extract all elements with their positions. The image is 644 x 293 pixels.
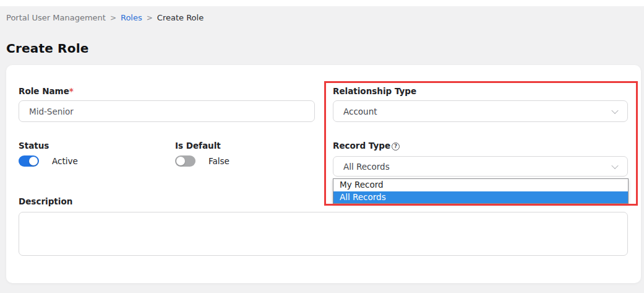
required-asterisk: * bbox=[69, 86, 74, 96]
chevron-down-icon bbox=[611, 107, 618, 113]
status-value-label: Active bbox=[52, 156, 78, 166]
relationship-type-select[interactable]: Account bbox=[333, 100, 628, 122]
dropdown-option-all-records[interactable]: All Records bbox=[333, 191, 628, 204]
is-default-value-label: False bbox=[208, 156, 230, 166]
description-textarea[interactable] bbox=[19, 212, 628, 256]
breadcrumb-item-portal-user-management[interactable]: Portal User Management bbox=[6, 13, 106, 22]
record-type-select[interactable]: All Records bbox=[333, 156, 628, 177]
role-name-label-text: Role Name bbox=[19, 86, 69, 96]
dropdown-option-my-record[interactable]: My Record bbox=[333, 179, 628, 191]
record-type-label: Record Type? bbox=[333, 141, 400, 151]
relationship-type-label: Relationship Type bbox=[333, 86, 416, 96]
status-toggle[interactable] bbox=[19, 155, 39, 167]
relationship-type-selected-value: Account bbox=[343, 107, 377, 116]
is-default-label: Is Default bbox=[175, 141, 221, 151]
breadcrumb-link-roles[interactable]: Roles bbox=[121, 13, 142, 22]
toggle-knob bbox=[29, 157, 38, 165]
chevron-down-icon bbox=[611, 162, 618, 168]
is-default-toggle[interactable] bbox=[175, 155, 195, 167]
page-title: Create Role bbox=[6, 41, 88, 56]
toggle-knob bbox=[176, 157, 185, 165]
record-type-label-text: Record Type bbox=[333, 141, 390, 151]
status-label: Status bbox=[19, 141, 49, 151]
create-role-form-card: Role Name* Status Active Is Default Fals… bbox=[6, 65, 641, 283]
breadcrumb: Portal User Management > Roles > Create … bbox=[6, 13, 204, 22]
breadcrumb-separator: > bbox=[147, 14, 153, 22]
record-type-dropdown: My Record All Records bbox=[333, 178, 629, 204]
record-type-selected-value: All Records bbox=[343, 162, 390, 172]
breadcrumb-separator: > bbox=[110, 14, 116, 22]
role-name-input[interactable] bbox=[19, 100, 315, 122]
role-name-label: Role Name* bbox=[19, 86, 74, 96]
help-icon[interactable]: ? bbox=[392, 142, 400, 151]
description-label: Description bbox=[19, 196, 72, 206]
breadcrumb-item-create-role: Create Role bbox=[157, 13, 204, 22]
